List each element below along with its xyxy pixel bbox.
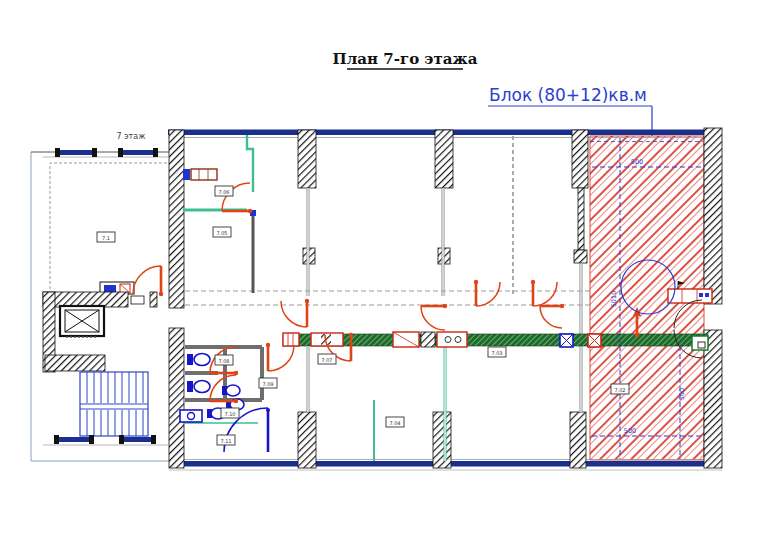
svg-text:7.1: 7.1 xyxy=(102,235,110,241)
svg-text:7.03: 7.03 xyxy=(491,350,502,356)
dim-right: 500 xyxy=(678,388,686,400)
red-doors xyxy=(133,183,641,403)
radiator-1 xyxy=(283,333,299,346)
svg-text:7.06: 7.06 xyxy=(218,189,229,195)
floor-label: 7 этаж xyxy=(117,132,146,141)
sink-fixture xyxy=(692,336,708,350)
room-label: 7.07 xyxy=(318,354,336,364)
room-label: 7.09 xyxy=(259,378,277,388)
page-title: План 7-го этажа xyxy=(333,50,478,68)
svg-text:7.04: 7.04 xyxy=(389,420,400,426)
room-label: 7.10 xyxy=(221,408,239,418)
block-area-label: Блок (80+12)кв.м xyxy=(489,85,647,105)
room-label: 7.02 xyxy=(611,384,629,394)
floor-plan-page: План 7-го этажа 7 этаж Блок (80+12)кв.м xyxy=(0,0,765,560)
room-label: 7.11 xyxy=(217,435,235,445)
door-arc xyxy=(540,304,564,328)
door-arc xyxy=(531,280,557,306)
staircase xyxy=(80,372,148,436)
svg-text:7.08: 7.08 xyxy=(218,358,229,364)
door-arc xyxy=(266,343,294,371)
room-label: 7.05 xyxy=(213,227,231,237)
right-wall-lower xyxy=(704,330,722,468)
toilet-side-1 xyxy=(187,354,210,366)
svg-text:7.10: 7.10 xyxy=(224,411,235,417)
floor-plan-drawing: План 7-го этажа 7 этаж Блок (80+12)кв.м xyxy=(0,0,765,560)
washing-machine xyxy=(180,410,202,422)
room-label: 7.04 xyxy=(386,417,404,427)
toilet-top-1 xyxy=(222,385,240,396)
svg-text:7.07: 7.07 xyxy=(321,357,332,363)
title-block: План 7-го этажа 7 этаж xyxy=(117,50,478,141)
door-arc xyxy=(474,280,500,306)
room-label: 7.08 xyxy=(215,355,233,365)
green-corridor-wall xyxy=(283,334,708,346)
room-label: 7.03 xyxy=(488,347,506,357)
appliance-red-1 xyxy=(588,334,601,347)
room-label: 7.06 xyxy=(215,186,233,196)
party-wall-upper xyxy=(169,130,184,308)
room-label: 7.1 xyxy=(97,232,115,242)
appliance-blue-1 xyxy=(560,334,573,347)
dim-top: 500 xyxy=(631,158,643,166)
door-arc xyxy=(421,304,447,330)
corridor-dashed-lines xyxy=(185,291,590,305)
svg-text:7.11: 7.11 xyxy=(220,438,231,444)
right-wall-upper xyxy=(704,128,722,304)
kitchen-counter xyxy=(393,332,467,347)
elevator-shaft xyxy=(60,306,104,337)
door-arc xyxy=(133,266,163,296)
toilet-side-2 xyxy=(187,381,210,393)
svg-text:7.02: 7.02 xyxy=(614,387,625,393)
door-arc xyxy=(281,299,309,327)
wall-radiator-upper-left xyxy=(183,169,217,180)
party-wall-lower xyxy=(169,328,184,468)
svg-text:7.09: 7.09 xyxy=(262,381,273,387)
dim-mid: 5010 xyxy=(610,291,618,308)
annex-room-dashed-border xyxy=(50,163,167,291)
dim-bottom: 500 xyxy=(624,427,636,435)
annex-door-opening xyxy=(131,296,144,304)
svg-text:7.05: 7.05 xyxy=(216,230,227,236)
